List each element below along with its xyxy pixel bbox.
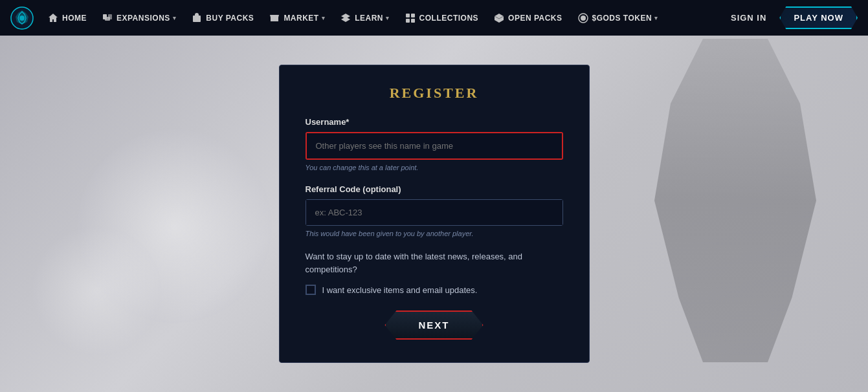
nav-item-gods-token[interactable]: $GODS TOKEN ▾ [572,9,665,27]
site-logo[interactable] [10,6,34,30]
svg-point-11 [581,16,586,21]
svg-rect-9 [411,19,415,23]
navbar: HOME EXPANSIONS ▾ BUY PACKS MARKET ▾ LEA… [0,0,868,36]
nav-item-buy-packs[interactable]: BUY PACKS [185,9,260,27]
market-chevron: ▾ [322,15,326,21]
referral-input[interactable] [306,200,562,225]
referral-input-wrapper [306,199,563,226]
nav-item-open-packs[interactable]: OPEN PACKS [487,9,568,27]
expansions-chevron: ▾ [173,15,177,21]
market-icon [269,13,280,23]
svg-point-1 [19,16,25,21]
nav-item-home[interactable]: HOME [41,9,93,27]
nav-home-label: HOME [62,14,87,23]
svg-rect-6 [406,14,410,17]
nav-market-label: MARKET [284,14,318,23]
username-hint: You can change this at a later point. [306,164,563,171]
nav-gods-token-label: $GODS TOKEN [592,14,652,23]
referral-group: Referral Code (optional) This would have… [306,184,563,237]
newsletter-description: Want to stay up to date with the latest … [306,250,563,276]
learn-chevron: ▾ [386,15,390,21]
svg-rect-4 [105,17,110,21]
nav-buy-packs-label: BUY PACKS [206,14,254,23]
nav-item-market[interactable]: MARKET ▾ [263,9,331,27]
username-group: Username* You can change this at a later… [306,117,563,171]
open-packs-icon [494,13,504,23]
username-label: Username* [306,117,563,127]
username-input-wrapper [306,132,563,160]
next-btn-wrapper: NEXT [306,310,563,340]
playnow-button[interactable]: PLAY NOW [779,6,858,29]
learn-icon [340,13,351,23]
svg-rect-8 [406,19,410,23]
referral-hint: This would have been given to you by ano… [306,230,563,237]
nav-expansions-label: EXPANSIONS [117,14,170,23]
signin-button[interactable]: SIGN IN [720,9,777,27]
nav-learn-label: LEARN [355,14,383,23]
username-input[interactable] [307,133,562,158]
gods-token-chevron: ▾ [654,15,658,21]
svg-rect-7 [411,14,415,17]
nav-item-learn[interactable]: LEARN ▾ [334,9,395,27]
nav-collections-label: COLLECTIONS [419,14,479,23]
register-modal: REGISTER Username* You can change this a… [279,65,590,363]
newsletter-checkbox-label: I want exclusive items and email updates… [322,285,478,295]
newsletter-checkbox-row: I want exclusive items and email updates… [306,285,563,295]
next-button[interactable]: NEXT [384,310,483,340]
referral-label: Referral Code (optional) [306,184,563,194]
home-icon [48,13,58,23]
buy-packs-icon [192,13,202,23]
nav-item-expansions[interactable]: EXPANSIONS ▾ [96,9,183,27]
expansions-icon [102,13,113,23]
collections-icon [405,13,416,23]
modal-title: REGISTER [306,85,563,102]
main-content: REGISTER Username* You can change this a… [0,36,868,392]
svg-rect-5 [193,16,201,22]
gods-token-icon [578,13,588,23]
nav-item-collections[interactable]: COLLECTIONS [399,9,485,27]
nav-open-packs-label: OPEN PACKS [508,14,562,23]
newsletter-checkbox[interactable] [306,285,316,295]
